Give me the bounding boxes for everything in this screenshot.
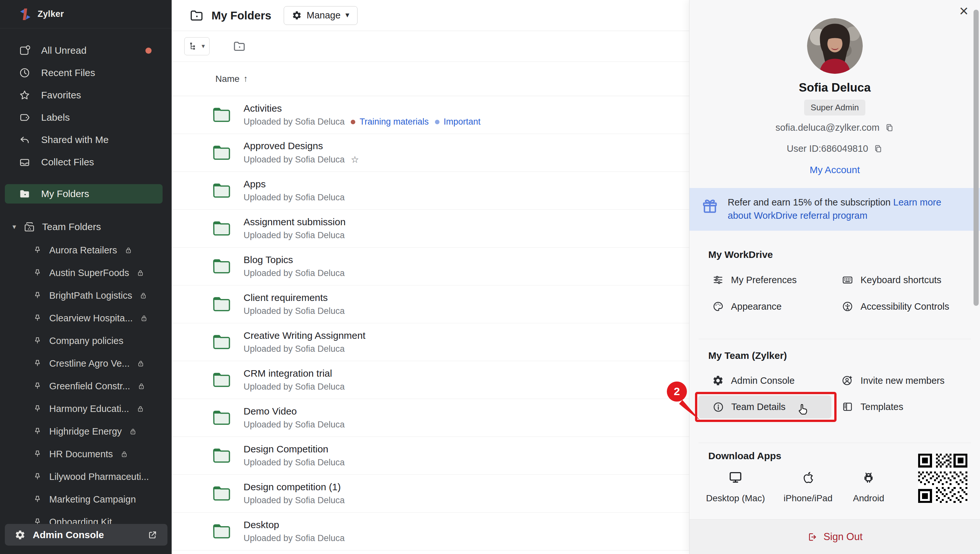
team-folder-item[interactable]: Highridge Energy: [0, 420, 172, 443]
folder-row[interactable]: AppsUploaded by Sofia Deluca: [172, 172, 689, 210]
gear-icon: [14, 529, 26, 540]
chevron-down-icon[interactable]: ▾: [10, 223, 19, 231]
brand-name: Zylker: [38, 9, 64, 19]
lock-icon: [129, 427, 137, 436]
menu-item-accessibility-controls[interactable]: Accessibility Controls: [842, 298, 949, 315]
avatar-photo: [807, 18, 863, 74]
sidebar-item-recent-files[interactable]: Recent Files: [0, 62, 172, 84]
team-folder-item[interactable]: BrightPath Logistics: [0, 284, 172, 307]
uploaded-by: Uploaded by Sofia Deluca: [244, 344, 345, 354]
uploaded-by: Uploaded by Sofia Deluca: [244, 155, 345, 165]
all-unread-icon: [19, 45, 30, 56]
label-link[interactable]: Training materials: [359, 117, 429, 127]
uploaded-by: Uploaded by Sofia Deluca: [244, 533, 345, 543]
team-folders-list: Aurora Retailers Austin SuperFoods Brigh…: [0, 236, 172, 533]
team-folder-item[interactable]: Aurora Retailers: [0, 239, 172, 261]
menu-item-team-details[interactable]: Team Details: [698, 395, 832, 419]
pin-icon: [32, 245, 42, 255]
team-folder-item[interactable]: Marketing Campaign: [0, 488, 172, 511]
team-folder-item[interactable]: Lilywood Pharmaceuti...: [0, 465, 172, 488]
sidebar-item-collect-files[interactable]: Collect Files: [0, 151, 172, 173]
uploaded-by: Uploaded by Sofia Deluca: [244, 306, 345, 316]
pin-icon: [32, 449, 42, 459]
folder-icon: [212, 221, 231, 236]
sidebar-item-favorites[interactable]: Favorites: [0, 84, 172, 106]
lock-icon: [137, 382, 145, 390]
team-folder-item[interactable]: Harmony Educati...: [0, 397, 172, 420]
sign-out-button[interactable]: Sign Out: [690, 519, 980, 554]
download-desktop-mac[interactable]: Desktop (Mac): [706, 470, 765, 503]
list-column-header[interactable]: Name ↑: [172, 62, 689, 96]
menu-item-my-preferences[interactable]: My Preferences: [712, 272, 797, 288]
main-content: My Folders Manage ▾ ▾ Name ↑ Activities: [172, 0, 689, 554]
divider: [699, 443, 971, 443]
qr-code: [918, 454, 967, 503]
team-folder-item[interactable]: Austin SuperFoods: [0, 261, 172, 284]
close-icon[interactable]: ×: [959, 3, 968, 19]
pin-icon: [32, 472, 42, 481]
team-folder-item[interactable]: Company policies: [0, 330, 172, 352]
folder-icon: [212, 259, 231, 274]
folder-row[interactable]: Design CompetitionUploaded by Sofia Delu…: [172, 437, 689, 475]
folder-row[interactable]: Blog TopicsUploaded by Sofia Deluca: [172, 248, 689, 285]
collect-files-icon: [19, 156, 30, 168]
team-folders-icon: [23, 221, 36, 233]
folder-row[interactable]: CRM integration trialUploaded by Sofia D…: [172, 361, 689, 399]
sidebar-item-my-folders[interactable]: My Folders: [5, 184, 163, 204]
copy-icon[interactable]: [873, 144, 883, 153]
pin-icon: [32, 313, 42, 323]
manage-button[interactable]: Manage ▾: [284, 6, 358, 25]
panel-scrollbar[interactable]: [974, 10, 979, 306]
pin-icon: [32, 336, 42, 345]
label-dot-red: [351, 120, 355, 124]
uploaded-by: Uploaded by Sofia Deluca: [244, 382, 345, 392]
invite-person-icon: [842, 375, 853, 386]
uploaded-by: Uploaded by Sofia Deluca: [244, 231, 345, 240]
label-link[interactable]: Important: [444, 117, 480, 127]
uploaded-by: Uploaded by Sofia Deluca: [244, 117, 345, 127]
download-android[interactable]: Android: [853, 470, 884, 503]
menu-item-admin-console[interactable]: Admin Console: [712, 373, 795, 388]
palette-icon: [712, 301, 724, 312]
lock-icon: [124, 246, 132, 254]
profile-email: sofia.deluca@zylker.com: [775, 122, 879, 133]
lock-icon: [137, 360, 145, 368]
sidebar-section-team-folders[interactable]: ▾ Team Folders: [0, 218, 172, 236]
folder-row[interactable]: Client requirementsUploaded by Sofia Del…: [172, 285, 689, 323]
pin-icon: [32, 291, 42, 300]
share-arrow-icon: [19, 134, 30, 146]
folder-row[interactable]: Demo VideoUploaded by Sofia Deluca: [172, 399, 689, 437]
menu-item-keyboard-shortcuts[interactable]: Keyboard shortcuts: [842, 272, 942, 288]
sidebar-item-labels[interactable]: Labels: [0, 106, 172, 129]
menu-item-templates[interactable]: Templates: [842, 399, 903, 415]
my-account-link[interactable]: My Account: [690, 164, 980, 175]
team-folder-item[interactable]: HR Documents: [0, 443, 172, 465]
uploaded-by: Uploaded by Sofia Deluca: [244, 420, 345, 430]
sidebar-nav: All Unread Recent Files Favorites Labels…: [0, 29, 172, 204]
folder-filter-icon[interactable]: [233, 40, 246, 53]
team-folder-item[interactable]: Greenfield Constr...: [0, 375, 172, 397]
folder-row[interactable]: DesktopUploaded by Sofia Deluca: [172, 513, 689, 551]
team-folder-item[interactable]: Clearview Hospita...: [0, 307, 172, 330]
sidebar-item-shared-with-me[interactable]: Shared with Me: [0, 129, 172, 151]
copy-icon[interactable]: [885, 123, 894, 132]
admin-console-button[interactable]: Admin Console: [5, 524, 168, 546]
folder-row[interactable]: Creative Writing AssignmentUploaded by S…: [172, 323, 689, 361]
folder-row[interactable]: Approved Designs Uploaded by Sofia Deluc…: [172, 134, 689, 172]
folder-icon: [212, 486, 231, 501]
folder-icon: [19, 188, 30, 200]
section-title-my-team: My Team (Zylker): [708, 350, 787, 361]
chevron-down-icon: ▾: [346, 10, 350, 19]
folder-row[interactable]: Assignment submissionUploaded by Sofia D…: [172, 210, 689, 248]
menu-item-invite-new-members[interactable]: Invite new members: [842, 373, 945, 388]
view-layout-dropdown[interactable]: ▾: [184, 37, 209, 55]
clock-icon: [19, 67, 30, 79]
team-folder-item[interactable]: Crestline Agro Ve...: [0, 352, 172, 375]
folder-row[interactable]: Activities Uploaded by Sofia Deluca Trai…: [172, 96, 689, 134]
sidebar-item-all-unread[interactable]: All Unread: [0, 39, 172, 62]
folder-row[interactable]: Design competition (1)Uploaded by Sofia …: [172, 475, 689, 513]
download-iphone-ipad[interactable]: iPhone/iPad: [784, 470, 832, 503]
menu-item-appearance[interactable]: Appearance: [712, 298, 782, 315]
favorite-star-icon[interactable]: ☆: [351, 154, 359, 165]
uploaded-by: Uploaded by Sofia Deluca: [244, 193, 345, 202]
